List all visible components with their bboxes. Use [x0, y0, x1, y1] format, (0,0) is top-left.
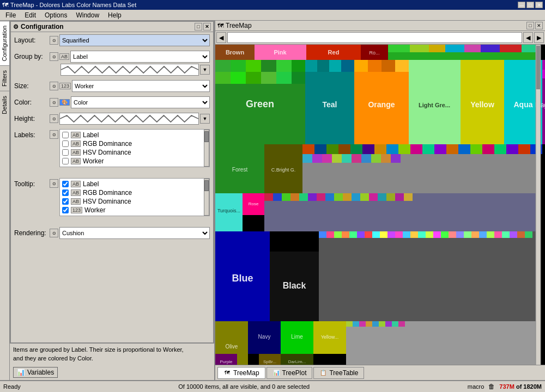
treemap-cell[interactable]	[481, 45, 500, 52]
rendering-collapse-icon[interactable]: ⊙	[50, 229, 58, 237]
treemap-nav-left[interactable]: ◀	[523, 32, 533, 43]
labels-controls: ⊙ AB Label AB RGB Dominance	[50, 129, 210, 167]
menu-edit[interactable]: Edit	[20, 10, 40, 20]
svg-rect-114	[418, 231, 426, 238]
config-close-button[interactable]: ✕	[203, 23, 211, 30]
memory-display: 737M of 1820M	[499, 383, 542, 390]
sidebar-tab-filters[interactable]: Filters	[0, 65, 9, 91]
treemap-small-blocks[interactable]	[319, 231, 541, 321]
svg-rect-77	[371, 154, 381, 163]
treemap-lower-dense[interactable]	[346, 321, 541, 365]
svg-rect-111	[395, 231, 403, 238]
labels-row: Labels: ⊙ AB Label AB RGB Dominance	[11, 127, 213, 176]
svg-rect-52	[326, 144, 338, 154]
window-controls[interactable]: — □ ✕	[518, 2, 543, 8]
svg-rect-106	[357, 231, 365, 238]
status-bar: Ready Of 10000 items, all are visible, a…	[0, 380, 545, 392]
treemap-nav-right[interactable]: ▶	[534, 32, 544, 43]
maximize-button[interactable]: □	[526, 2, 534, 8]
labels-checkbox-label[interactable]	[62, 132, 69, 138]
tooltip-checkbox-worker[interactable]	[62, 207, 69, 213]
svg-text:Forest: Forest	[232, 167, 248, 173]
height-wave-dropdown[interactable]: ▼	[200, 114, 210, 124]
layout-dropdown[interactable]: Squarified Slice and Dice Strip	[59, 34, 210, 46]
menu-file[interactable]: File	[1, 10, 20, 20]
rendering-dropdown[interactable]: Cushion Flat None	[59, 227, 210, 239]
close-button[interactable]: ✕	[535, 2, 543, 8]
treemap-cell[interactable]	[500, 45, 522, 52]
tab-treeplot[interactable]: 📊 TreePlot	[267, 367, 313, 379]
labels-checkbox-rgb[interactable]	[62, 140, 69, 147]
color-dropdown[interactable]: Color	[71, 96, 210, 108]
svg-rect-133	[346, 321, 353, 327]
memory-used: 737M	[499, 383, 514, 390]
treemap-canvas[interactable]: Brown Pink Red Ro...	[215, 45, 545, 365]
size-collapse-icon[interactable]: ⊙	[50, 82, 58, 90]
svg-text:Yellow: Yellow	[470, 100, 494, 109]
labels-collapse-icon[interactable]: ⊙	[50, 130, 58, 139]
sidebar-tab-details[interactable]: Details	[0, 91, 9, 119]
treemap-scrollbar-track[interactable]	[536, 45, 541, 365]
labels-checkbox-hsv[interactable]	[62, 149, 69, 156]
tab-treetable[interactable]: 📋 TreeTable	[313, 367, 364, 379]
svg-rect-25	[382, 60, 395, 72]
svg-text:Light Gre...: Light Gre...	[419, 102, 450, 108]
treemap-cell[interactable]	[410, 45, 429, 52]
svg-rect-53	[338, 144, 350, 154]
treemap-icon: 🗺	[217, 22, 223, 29]
labels-text-rgb: RGB Dominance	[83, 140, 132, 148]
sidebar-tab-configuration[interactable]: Configuration	[0, 21, 9, 65]
svg-rect-127	[517, 231, 525, 238]
tab-treemap[interactable]: 🗺 TreeMap	[217, 367, 265, 379]
treemap-back-button[interactable]: ◀	[216, 32, 226, 43]
tooltip-collapse-icon[interactable]: ⊙	[50, 179, 58, 188]
config-restore-button[interactable]: □	[195, 23, 202, 30]
tooltip-checkbox-label[interactable]	[62, 181, 69, 187]
tooltip-item-label: AB Label	[61, 180, 208, 188]
rendering-controls: ⊙ Cushion Flat None	[50, 227, 210, 239]
info-line1: Items are grouped by Label. Their size i…	[13, 346, 184, 353]
color-collapse-icon[interactable]: ⊙	[50, 98, 58, 107]
labels-checkbox-worker[interactable]	[62, 158, 69, 164]
svg-rect-10	[292, 60, 305, 72]
treeplot-tab-icon: 📊	[272, 369, 280, 377]
height-wave[interactable]	[59, 113, 199, 125]
tooltip-label: Tooltip:	[14, 178, 50, 188]
labels-checkbox-group: AB Label AB RGB Dominance AB HSV Dominan…	[59, 129, 210, 167]
tooltip-scrollbar[interactable]	[204, 179, 209, 216]
group-by-dropdown[interactable]: Label	[70, 51, 210, 63]
menu-help[interactable]: Help	[104, 10, 126, 20]
treemap-restore-button[interactable]: □	[526, 22, 534, 29]
menu-options[interactable]: Options	[40, 10, 71, 20]
layout-collapse-icon[interactable]: ⊙	[50, 36, 58, 45]
treemap-cell[interactable]	[464, 45, 481, 52]
height-collapse-icon[interactable]: ⊙	[50, 114, 58, 123]
tooltip-checkbox-hsv[interactable]	[62, 198, 69, 205]
svg-rect-141	[398, 321, 405, 327]
size-dropdown[interactable]: Worker	[72, 80, 210, 92]
svg-text:Rose: Rose	[249, 201, 259, 206]
labels-scrollbar[interactable]	[204, 130, 209, 167]
menu-window[interactable]: Window	[71, 10, 104, 20]
group-by-wave[interactable]	[60, 64, 199, 76]
svg-rect-73	[332, 154, 342, 163]
variables-button[interactable]: 📊 Variables	[13, 367, 58, 378]
svg-rect-38	[542, 70, 545, 78]
treemap-scrollbar-thumb[interactable]	[536, 46, 540, 89]
svg-rect-55	[362, 144, 374, 154]
treemap-cell[interactable]	[445, 45, 464, 52]
minimize-button[interactable]: —	[518, 2, 525, 8]
svg-rect-125	[502, 231, 510, 238]
group-by-collapse-icon[interactable]: ⊙	[50, 52, 58, 61]
tooltip-checkbox-rgb[interactable]	[62, 189, 69, 196]
svg-rect-140	[392, 321, 398, 327]
svg-rect-124	[494, 231, 502, 238]
svg-rect-87	[308, 193, 317, 201]
treemap-cell[interactable]	[429, 45, 445, 52]
treemap-close-button[interactable]: ✕	[535, 22, 543, 29]
treemap-visualization[interactable]: Brown Pink Red Ro...	[215, 45, 545, 365]
svg-rect-123	[487, 231, 494, 238]
group-by-wave-dropdown[interactable]: ▼	[200, 65, 210, 75]
treemap-cell[interactable]	[388, 45, 410, 52]
svg-rect-96	[386, 193, 395, 201]
